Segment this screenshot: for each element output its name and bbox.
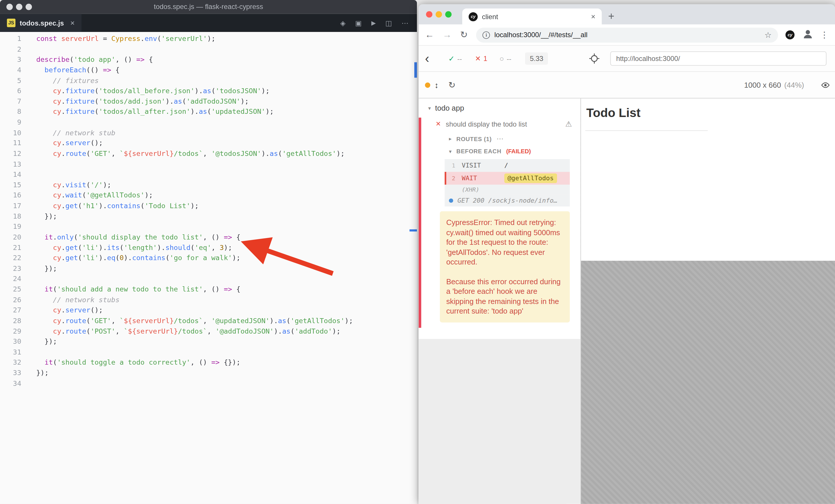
code-text	[21, 347, 36, 357]
profile-avatar-icon[interactable]	[802, 28, 814, 42]
window-close-button[interactable]	[426, 11, 432, 17]
browser-menu-icon[interactable]: ⋮	[820, 30, 829, 40]
command-number: 2	[445, 175, 455, 182]
code-line[interactable]: 28 cy.route('GET', `${serverUrl}/todos`,…	[0, 316, 417, 326]
code-line[interactable]: 7 cy.fixture('todos/add.json').as('addTo…	[0, 96, 417, 107]
format-icon[interactable]: ◈	[340, 19, 345, 27]
address-bar-url[interactable]: localhost:3000/__/#/tests/__all	[494, 31, 760, 39]
app-divider	[585, 130, 708, 131]
bookmark-star-icon[interactable]: ☆	[765, 30, 772, 40]
test-row[interactable]: ✕ should display the todo list ⚠	[435, 120, 572, 128]
runner-back-icon[interactable]: ‹	[425, 51, 429, 66]
code-line[interactable]: 4 beforeEach(() => {	[0, 65, 417, 75]
app-viewport[interactable]: Todo List	[581, 99, 835, 261]
code-text	[21, 117, 36, 127]
forward-icon[interactable]: →	[443, 29, 451, 40]
more-actions-icon[interactable]: ⋯	[402, 19, 408, 27]
code-line[interactable]: 11 cy.server();	[0, 138, 417, 148]
code-line[interactable]: 17 cy.get('h1').contains('Todo List');	[0, 201, 417, 211]
code-line[interactable]: 23 });	[0, 263, 417, 274]
warning-icon[interactable]: ⚠	[565, 120, 572, 128]
editor-titlebar[interactable]: todos.spec.js — flask-react-cypress	[0, 0, 417, 14]
expand-caret-icon[interactable]: ▸	[449, 135, 451, 141]
error-message[interactable]: CypressError: Timed out retrying: cy.wai…	[440, 211, 570, 322]
back-icon[interactable]: ←	[425, 29, 434, 40]
before-each-section[interactable]: ▾ BEFORE EACH (FAILED)	[449, 148, 531, 154]
browser-tab[interactable]: cy client ×	[462, 8, 602, 24]
tab-close-icon[interactable]: ×	[70, 19, 75, 27]
restart-tests-icon[interactable]: ↻	[448, 80, 455, 90]
code-line[interactable]: 5 // fixtures	[0, 75, 417, 86]
code-line[interactable]: 31	[0, 347, 417, 357]
selector-playground-icon[interactable]	[589, 53, 600, 64]
xhr-label: (XHR)	[445, 186, 479, 193]
code-text	[21, 169, 36, 180]
code-line[interactable]: 16 cy.wait('@getAllTodos');	[0, 190, 417, 201]
routes-label: ROUTES (1)	[456, 135, 492, 142]
collapse-caret-icon[interactable]: ▾	[428, 105, 431, 111]
code-line[interactable]: 18 });	[0, 211, 417, 222]
passed-count: ✓ --	[448, 54, 462, 63]
code-line[interactable]: 25 it('should add a new todo to the list…	[0, 284, 417, 295]
more-icon[interactable]: ⋯	[496, 135, 504, 143]
scale-updown-icon[interactable]: ↕	[435, 80, 439, 89]
cypress-extension-icon[interactable]: cy	[786, 30, 795, 39]
code-line[interactable]: 3describe('todo app', () => {	[0, 54, 417, 65]
code-line[interactable]: 20 it.only('should display the todo list…	[0, 232, 417, 243]
code-line[interactable]: 2	[0, 44, 417, 54]
address-bar[interactable]: i localhost:3000/__/#/tests/__all ☆	[476, 27, 778, 42]
code-line[interactable]: 22 cy.get('li').eq(0).contains('go for a…	[0, 253, 417, 263]
collapse-caret-icon[interactable]: ▾	[449, 148, 451, 154]
code-line[interactable]: 10 // network stub	[0, 127, 417, 138]
code-line[interactable]: 1const serverUrl = Cypress.env('serverUr…	[0, 34, 417, 44]
code-line[interactable]: 15 cy.visit('/');	[0, 180, 417, 190]
split-editor-icon[interactable]: ◫	[385, 19, 392, 27]
viewport-info-icon[interactable]	[821, 82, 830, 88]
code-line[interactable]: 30 });	[0, 336, 417, 347]
line-number: 11	[0, 138, 21, 148]
code-line[interactable]: 6 cy.fixture('todos/all_before.json').as…	[0, 86, 417, 96]
window-minimize-button[interactable]	[435, 11, 442, 17]
code-lines: 1const serverUrl = Cypress.env('serverUr…	[0, 34, 417, 388]
code-line[interactable]: 13	[0, 159, 417, 169]
code-line[interactable]: 24	[0, 274, 417, 284]
code-line[interactable]: 26 // network stubs	[0, 295, 417, 305]
tab-close-icon[interactable]: ×	[591, 12, 595, 21]
new-tab-button[interactable]: +	[608, 8, 614, 24]
code-line[interactable]: 8 cy.fixture('todos/all_after.json').as(…	[0, 107, 417, 117]
code-editor[interactable]: 1const serverUrl = Cypress.env('serverUr…	[0, 32, 417, 504]
page-info-icon[interactable]: i	[483, 31, 490, 39]
code-text: cy.fixture('todos/all_after.json').as('u…	[21, 107, 274, 117]
cypress-reporter: ▾ todo app ✕ should display the todo lis…	[419, 99, 581, 504]
command-row-wait[interactable]: 2 WAIT @getAllTodos	[445, 172, 570, 185]
code-line[interactable]: 27 cy.server();	[0, 305, 417, 316]
code-line[interactable]: 29 cy.route('POST', `${serverUrl}/todos`…	[0, 326, 417, 336]
code-line[interactable]: 32 it('should toggle a todo correctly', …	[0, 357, 417, 368]
suite-row[interactable]: ▾ todo app	[428, 104, 464, 112]
pending-count: ○ --	[500, 54, 511, 63]
window-zoom-button[interactable]	[445, 11, 451, 17]
line-number: 19	[0, 222, 21, 232]
run-icon[interactable]: ▶	[371, 19, 376, 26]
route-alias-badge: @getAllTodos	[504, 174, 557, 183]
code-line[interactable]: 9	[0, 117, 417, 127]
reload-icon[interactable]: ↻	[460, 29, 468, 40]
code-line[interactable]: 12 cy.route('GET', `${serverUrl}/todos`,…	[0, 148, 417, 159]
code-line[interactable]: 21 cy.get('li').its('length').should('eq…	[0, 243, 417, 253]
code-line[interactable]: 34	[0, 378, 417, 389]
xhr-request-row[interactable]: GET 200 /sockjs-node/info…	[445, 195, 570, 206]
code-line[interactable]: 14	[0, 169, 417, 180]
routes-section[interactable]: ▸ ROUTES (1) ⋯	[449, 135, 504, 143]
command-row-visit[interactable]: 1 VISIT /	[445, 159, 570, 172]
code-text: cy.wait('@getAllTodos');	[21, 190, 153, 201]
line-number: 12	[0, 148, 21, 159]
line-number: 7	[0, 96, 21, 107]
editor-actions: ◈ ▣ ▶ ◫ ⋯	[340, 19, 417, 27]
code-line[interactable]: 33});	[0, 368, 417, 378]
code-line[interactable]: 19	[0, 222, 417, 232]
line-number: 5	[0, 75, 21, 86]
editor-tab[interactable]: JS todos.spec.js ×	[0, 14, 82, 32]
line-number: 1	[0, 34, 21, 44]
preview-icon[interactable]: ▣	[355, 19, 362, 27]
app-url-field[interactable]: http://localhost:3000/	[610, 51, 827, 66]
